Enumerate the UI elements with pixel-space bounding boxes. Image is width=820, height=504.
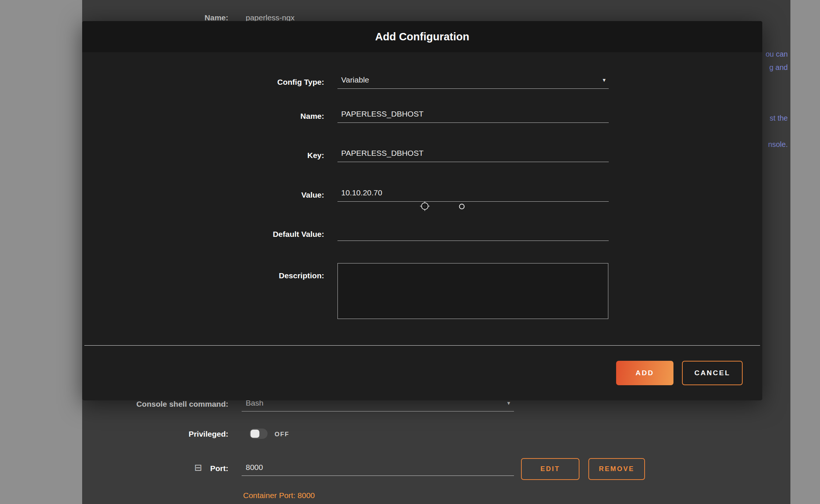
name-row: Name:: [82, 105, 762, 127]
default-value-input[interactable]: [337, 228, 609, 241]
port-edit-button[interactable]: EDIT: [521, 458, 579, 480]
container-port-note: Container Port: 8000: [243, 491, 315, 500]
clipped-help-text: ou can: [766, 50, 788, 58]
key-label: Key:: [82, 151, 324, 160]
value-row: Value:: [82, 184, 762, 206]
config-type-select[interactable]: Variable ▼: [337, 75, 609, 89]
default-value-label: Default Value:: [82, 230, 324, 239]
clipped-help-text: st the: [770, 114, 788, 122]
privileged-toggle-state: OFF: [275, 431, 289, 438]
caret-down-icon: ▼: [602, 78, 606, 83]
key-row: Key:: [82, 144, 762, 167]
caret-down-icon: ▼: [506, 401, 511, 406]
description-textarea[interactable]: [337, 263, 608, 319]
name-input[interactable]: [337, 110, 609, 123]
privileged-toggle[interactable]: [249, 429, 268, 439]
port-value: 8000: [246, 463, 263, 472]
clipped-help-text: g and: [769, 63, 788, 72]
value-input[interactable]: [337, 188, 609, 202]
privileged-label: Privileged:: [82, 430, 228, 439]
default-value-row: Default Value:: [82, 223, 762, 245]
cancel-button[interactable]: CANCEL: [682, 361, 743, 385]
console-shell-command-select[interactable]: Bash ▼: [242, 399, 514, 411]
modal-header: Add Configuration: [82, 21, 762, 52]
port-remove-button[interactable]: REMOVE: [588, 458, 645, 480]
add-button[interactable]: ADD: [616, 361, 673, 385]
console-shell-command-label: Console shell command:: [82, 400, 228, 409]
name-label: Name:: [82, 112, 324, 121]
config-type-label: Config Type:: [82, 78, 324, 87]
key-input[interactable]: [337, 149, 609, 162]
modal-footer-divider: [84, 345, 760, 346]
port-value-field[interactable]: 8000: [242, 463, 514, 476]
modal-title: Add Configuration: [375, 31, 470, 43]
value-label: Value:: [82, 191, 324, 199]
config-type-value: Variable: [341, 75, 369, 84]
port-label: Port:: [82, 464, 228, 473]
toggle-knob-icon: [251, 430, 259, 438]
add-configuration-modal: Add Configuration Config Type: Variable …: [82, 21, 762, 400]
description-label: Description:: [82, 271, 324, 280]
clipped-help-text: nsole.: [768, 140, 788, 149]
config-type-row: Config Type: Variable ▼: [82, 71, 762, 93]
